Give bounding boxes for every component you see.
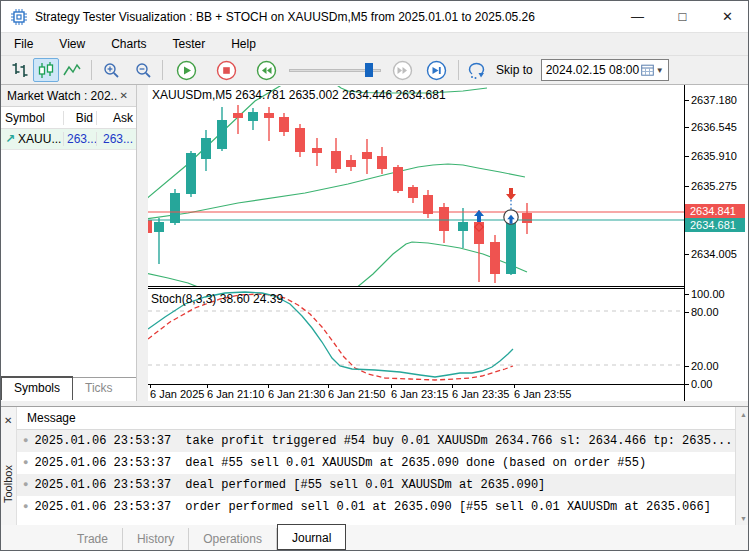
title-bar: Strategy Tester Visualization : BB + STO… (1, 1, 749, 33)
bollinger-upper-band (148, 86, 285, 200)
candle-body[interactable] (233, 113, 243, 118)
tab-symbols[interactable]: Symbols (1, 376, 73, 400)
journal-close-icon[interactable]: ✕ (4, 415, 12, 426)
bollinger-lower-band (148, 273, 203, 286)
sell-arrow-marker[interactable] (506, 188, 516, 200)
ask-price-badge: 2634.841 (685, 204, 745, 218)
price-axis-label: 2635.275 (691, 180, 737, 192)
candle-body[interactable] (474, 222, 484, 244)
bottom-tab-journal[interactable]: Journal (277, 524, 346, 550)
candle-body[interactable] (312, 148, 322, 153)
column-bid[interactable]: Bid (64, 111, 97, 125)
ask-value: 263... (97, 132, 136, 146)
candlestick-chart-button[interactable] (33, 58, 59, 82)
candle-body[interactable] (154, 222, 164, 232)
time-axis-label: 6 Jan 21:30 (268, 388, 326, 400)
zoom-out-button[interactable] (130, 58, 156, 82)
bollinger-lower-band (355, 242, 527, 286)
toolbox-vertical-tab[interactable]: Toolbox (2, 445, 16, 523)
pause-button[interactable] (213, 58, 239, 82)
candle-body[interactable] (408, 187, 418, 198)
candle-body[interactable] (377, 156, 387, 169)
slider-handle[interactable] (365, 63, 373, 77)
market-watch-panel: Market Watch : 202... ✕ Symbol Bid Ask ↗… (1, 85, 137, 401)
skip-date-value: 2024.02.15 08:00 (546, 63, 641, 77)
candle-body[interactable] (346, 160, 356, 167)
rewind-button[interactable] (253, 58, 279, 82)
journal-bullet-icon: ● (23, 436, 28, 446)
journal-row[interactable]: ●2025.01.06 23:53:37order performed sell… (17, 496, 735, 518)
menu-help[interactable]: Help (218, 34, 269, 54)
line-chart-button[interactable] (59, 58, 85, 82)
journal-panel: ✕ Toolbox Message ●2025.01.06 23:53:37ta… (1, 406, 749, 525)
stoch-axis-label: 20.00 (691, 360, 719, 372)
candle-body[interactable] (170, 193, 180, 223)
app-chip-icon (11, 9, 27, 25)
price-axis: 2637.1802636.5452635.9102635.2752634.005… (684, 85, 749, 401)
bottom-tab-bar: TradeHistoryOperationsJournal (1, 525, 749, 551)
journal-scrollbar[interactable]: ▲ ▼ (735, 407, 749, 526)
toolbox-strip: ✕ Toolbox (1, 407, 17, 526)
menu-view[interactable]: View (46, 34, 98, 54)
column-symbol[interactable]: Symbol (1, 111, 64, 125)
bottom-tab-trade[interactable]: Trade (63, 528, 123, 550)
journal-bullet-icon: ● (23, 502, 28, 512)
skip-button[interactable] (465, 58, 491, 82)
candle-body[interactable] (490, 242, 500, 274)
fast-forward-button[interactable] (389, 58, 415, 82)
pause-icon (216, 60, 237, 81)
toolbar: Skip to 2024.02.15 08:00 ▼ (1, 56, 749, 85)
candle-body[interactable] (217, 120, 227, 149)
scroll-down-icon[interactable]: ▼ (736, 515, 749, 522)
stoch-axis-label: 100.00 (691, 288, 725, 300)
market-watch-title: Market Watch : 202... (7, 89, 118, 103)
candle-body[interactable] (458, 222, 468, 231)
menu-tester[interactable]: Tester (159, 34, 218, 54)
bottom-tab-history[interactable]: History (123, 528, 189, 550)
symbol-row-xauusd[interactable]: ↗XAUU... 263... 263... (1, 129, 136, 150)
candle-body[interactable] (148, 220, 152, 233)
skip-to-end-button[interactable] (423, 58, 449, 82)
speed-slider[interactable] (289, 63, 381, 77)
menu-charts[interactable]: Charts (98, 34, 159, 54)
journal-row[interactable]: ●2025.01.06 23:53:37deal performed [#55 … (17, 474, 735, 496)
menu-file[interactable]: File (1, 34, 46, 54)
price-axis-label: 2635.910 (691, 150, 737, 162)
journal-bullet-icon: ● (23, 458, 28, 468)
skip-date-combo[interactable]: 2024.02.15 08:00 ▼ (541, 59, 669, 81)
bottom-tab-operations[interactable]: Operations (189, 528, 277, 550)
candle-body[interactable] (295, 128, 305, 152)
price-axis-label: 2636.545 (691, 121, 737, 133)
candle-body[interactable] (362, 152, 372, 159)
candlestick-chart-canvas[interactable] (148, 86, 684, 286)
candle-body[interactable] (423, 195, 433, 214)
maximize-button[interactable]: □ (660, 1, 705, 33)
candle-body[interactable] (439, 207, 449, 231)
zoom-in-button[interactable] (98, 58, 124, 82)
candle-body[interactable] (186, 153, 196, 194)
journal-timestamp: 2025.01.06 23:53:37 (34, 434, 171, 448)
journal-row[interactable]: ●2025.01.06 23:53:37take profit triggere… (17, 430, 735, 452)
chart-panel[interactable]: XAUUSDm,M5 2634.781 2635.002 2634.446 26… (148, 85, 684, 401)
candle-body[interactable] (522, 213, 532, 223)
journal-row[interactable]: ●2025.01.06 23:53:37deal #55 sell 0.01 X… (17, 452, 735, 474)
candle-body[interactable] (201, 138, 211, 159)
journal-message-column[interactable]: Message (27, 411, 76, 425)
close-button[interactable]: ✕ (705, 1, 749, 33)
candle-body[interactable] (393, 167, 403, 191)
bar-chart-button[interactable] (7, 58, 33, 82)
candle-body[interactable] (279, 117, 289, 132)
candle-body[interactable] (248, 112, 258, 121)
minimize-button[interactable]: — (615, 1, 660, 33)
tab-ticks[interactable]: Ticks (73, 378, 125, 400)
ohlc-header: XAUUSDm,M5 2634.781 2635.002 2634.446 26… (152, 88, 446, 102)
time-axis-label: 6 Jan 23:55 (514, 388, 572, 400)
candle-body[interactable] (264, 113, 274, 118)
candle-body[interactable] (331, 151, 341, 169)
market-watch-close-icon[interactable]: ✕ (118, 90, 130, 101)
scroll-up-icon[interactable]: ▲ (736, 411, 749, 418)
window-title: Strategy Tester Visualization : BB + STO… (35, 10, 535, 24)
column-ask[interactable]: Ask (97, 111, 136, 125)
play-button[interactable] (173, 58, 199, 82)
journal-timestamp: 2025.01.06 23:53:37 (34, 478, 171, 492)
